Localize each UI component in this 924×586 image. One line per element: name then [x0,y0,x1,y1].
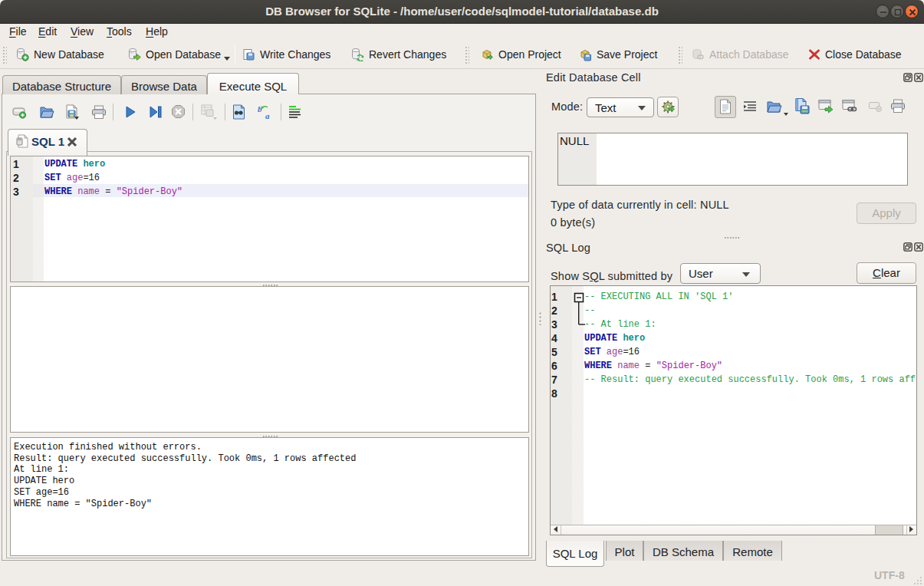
svg-text:a: a [265,111,270,120]
svg-text:b: b [258,104,262,114]
